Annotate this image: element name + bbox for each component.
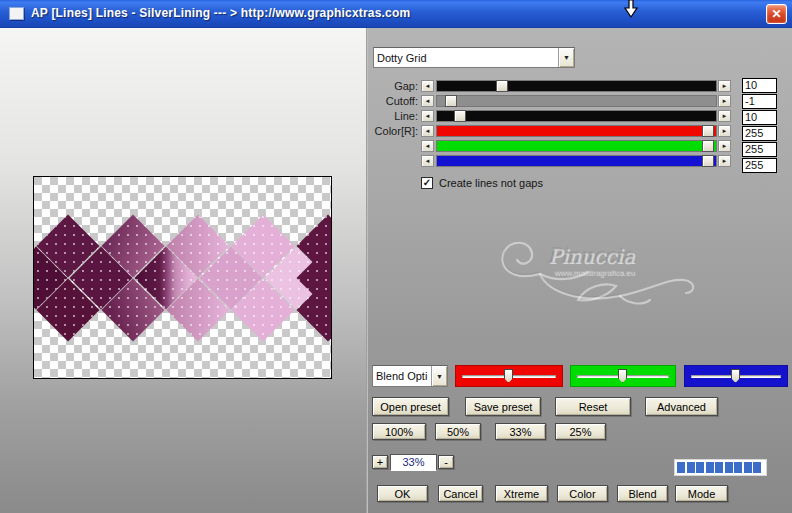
cutoff-value[interactable]: -1 — [742, 94, 777, 109]
create-lines-checkbox[interactable]: ✓ — [421, 177, 433, 189]
color-b-right-arrow-icon[interactable]: ► — [718, 155, 731, 167]
title-bar[interactable]: AP [Lines] Lines - SilverLining --- > ht… — [0, 0, 792, 28]
color-r-slider-thumb[interactable] — [702, 125, 714, 137]
zoom-50-button[interactable]: 50% — [435, 423, 481, 440]
ok-button[interactable]: OK — [377, 485, 428, 502]
reset-button[interactable]: Reset — [555, 397, 631, 416]
color-b-slider[interactable] — [436, 155, 717, 167]
progress-block — [715, 462, 723, 473]
blend-options-select[interactable]: Blend Opti ▼ — [372, 365, 448, 387]
gap-slider-thumb[interactable] — [496, 80, 508, 92]
color-b-slider-thumb[interactable] — [702, 155, 714, 167]
progress-block — [753, 462, 761, 473]
plugin-dialog: AP [Lines] Lines - SilverLining --- > ht… — [0, 0, 792, 513]
zoom-33-button[interactable]: 33% — [495, 423, 546, 440]
zoom-level-value: 33% — [390, 454, 437, 471]
window-icon — [9, 7, 24, 20]
cancel-button[interactable]: Cancel — [438, 485, 483, 502]
color-b-left-arrow-icon[interactable]: ◄ — [421, 155, 434, 167]
pattern-select-value: Dotty Grid — [374, 52, 558, 64]
color-g-slider-thumb[interactable] — [702, 140, 714, 152]
blend-blue-slider-thumb[interactable] — [731, 369, 740, 383]
xtreme-button[interactable]: Xtreme — [495, 485, 548, 502]
zoom-increase-button[interactable]: + — [372, 455, 388, 469]
blend-blue-slider[interactable] — [684, 365, 788, 387]
progress-bar — [674, 459, 767, 476]
create-lines-checkbox-label: Create lines not gaps — [439, 177, 543, 189]
line-left-arrow-icon[interactable]: ◄ — [421, 110, 434, 122]
line-value[interactable]: 10 — [742, 110, 777, 125]
color-button[interactable]: Color — [557, 485, 608, 502]
progress-block — [687, 462, 695, 473]
chevron-down-icon[interactable]: ▼ — [558, 48, 574, 67]
blend-green-slider[interactable] — [570, 365, 676, 387]
blend-green-slider-thumb[interactable] — [618, 369, 627, 383]
chevron-down-icon[interactable]: ▼ — [431, 366, 447, 386]
progress-block — [706, 462, 714, 473]
color-r-slider[interactable] — [436, 125, 717, 137]
color-g-left-arrow-icon[interactable]: ◄ — [421, 140, 434, 152]
gap-value[interactable]: 10 — [742, 78, 777, 93]
window-title: AP [Lines] Lines - SilverLining --- > ht… — [31, 6, 410, 20]
mouse-cursor-down-arrow-icon — [622, 0, 640, 20]
cutoff-right-arrow-icon[interactable]: ► — [718, 95, 731, 107]
line-slider-thumb[interactable] — [454, 110, 466, 122]
blend-button[interactable]: Blend — [617, 485, 668, 502]
pattern-preview[interactable] — [33, 176, 332, 379]
gap-label: Gap: — [370, 80, 418, 92]
cutoff-slider[interactable] — [436, 95, 717, 107]
progress-block — [734, 462, 742, 473]
line-label: Line: — [370, 110, 418, 122]
progress-block — [677, 462, 685, 473]
close-button[interactable]: ✕ — [766, 4, 787, 24]
zoom-decrease-button[interactable]: - — [438, 455, 454, 469]
save-preset-button[interactable]: Save preset — [465, 397, 541, 416]
pattern-select[interactable]: Dotty Grid ▼ — [373, 47, 575, 68]
color-b-value[interactable]: 255 — [742, 158, 777, 173]
color-g-value[interactable]: 255 — [742, 142, 777, 157]
preview-image — [34, 177, 331, 378]
color-r-right-arrow-icon[interactable]: ► — [718, 125, 731, 137]
advanced-button[interactable]: Advanced — [645, 397, 718, 416]
line-slider[interactable] — [436, 110, 717, 122]
zoom-100-button[interactable]: 100% — [372, 423, 426, 440]
zoom-25-button[interactable]: 25% — [555, 423, 606, 440]
cutoff-label: Cutoff: — [370, 95, 418, 107]
progress-block — [696, 462, 704, 473]
progress-block — [744, 462, 752, 473]
progress-block — [725, 462, 733, 473]
blend-red-slider-thumb[interactable] — [504, 369, 513, 383]
color-r-left-arrow-icon[interactable]: ◄ — [421, 125, 434, 137]
gap-right-arrow-icon[interactable]: ► — [718, 80, 731, 92]
color-g-slider[interactable] — [436, 140, 717, 152]
cutoff-left-arrow-icon[interactable]: ◄ — [421, 95, 434, 107]
gap-left-arrow-icon[interactable]: ◄ — [421, 80, 434, 92]
mode-button[interactable]: Mode — [675, 485, 728, 502]
blend-red-slider[interactable] — [455, 365, 563, 387]
color-r-value[interactable]: 255 — [742, 126, 777, 141]
gap-slider[interactable] — [436, 80, 717, 92]
color-g-right-arrow-icon[interactable]: ► — [718, 140, 731, 152]
open-preset-button[interactable]: Open preset — [372, 397, 449, 416]
color-r-label: Color[R]: — [370, 125, 418, 137]
blend-options-value: Blend Opti — [373, 370, 431, 382]
cutoff-slider-thumb[interactable] — [445, 95, 457, 107]
line-right-arrow-icon[interactable]: ► — [718, 110, 731, 122]
